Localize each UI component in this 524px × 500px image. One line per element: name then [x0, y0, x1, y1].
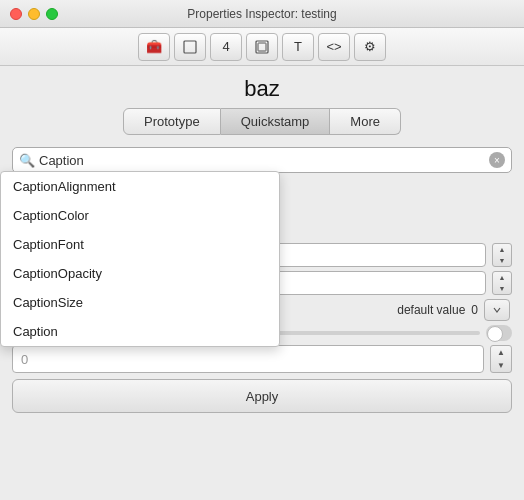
search-input[interactable] [39, 153, 485, 168]
window-controls [10, 8, 58, 20]
clear-search-button[interactable]: × [489, 152, 505, 168]
toggle-switch[interactable] [486, 325, 512, 341]
autocomplete-item[interactable]: CaptionOpacity [1, 259, 279, 288]
main-content: 🔍 × CaptionAlignment CaptionColor Captio… [0, 141, 524, 419]
tab-more[interactable]: More [330, 108, 401, 135]
toolbar-code-button[interactable]: <> [318, 33, 350, 61]
tabs-row: Prototype Quickstamp More [0, 108, 524, 141]
autocomplete-dropdown: CaptionAlignment CaptionColor CaptionFon… [0, 171, 280, 347]
autocomplete-item[interactable]: CaptionFont [1, 230, 279, 259]
ge-stepper[interactable]: ▲ ▼ [492, 243, 512, 267]
apply-button[interactable]: Apply [12, 379, 512, 413]
ad-stepper[interactable]: ▲ ▼ [492, 271, 512, 295]
autocomplete-item[interactable]: CaptionAlignment [1, 172, 279, 201]
autocomplete-item[interactable]: CaptionColor [1, 201, 279, 230]
bottom-input[interactable] [12, 345, 484, 373]
toolbar-page-button[interactable] [174, 33, 206, 61]
search-box: 🔍 × [12, 147, 512, 173]
search-icon: 🔍 [19, 153, 35, 168]
object-name: baz [0, 66, 524, 108]
bottom-input-row: ▲ ▼ [12, 345, 512, 373]
tab-quickstamp[interactable]: Quickstamp [221, 108, 331, 135]
search-row: 🔍 × [12, 147, 512, 173]
toolbar-window-button[interactable] [246, 33, 278, 61]
svg-rect-2 [258, 43, 266, 51]
minimize-button[interactable] [28, 8, 40, 20]
autocomplete-item[interactable]: CaptionSize [1, 288, 279, 317]
window-title: Properties Inspector: testing [187, 7, 336, 21]
tab-prototype[interactable]: Prototype [123, 108, 221, 135]
toolbar-four-button[interactable]: 4 [210, 33, 242, 61]
svg-rect-0 [184, 41, 196, 53]
autocomplete-item[interactable]: Caption [1, 317, 279, 346]
maximize-button[interactable] [46, 8, 58, 20]
title-bar: Properties Inspector: testing [0, 0, 524, 28]
toolbar-gear-button[interactable]: ⚙ [354, 33, 386, 61]
close-button[interactable] [10, 8, 22, 20]
toolbar-suitcase-button[interactable]: 🧰 [138, 33, 170, 61]
default-value-stepper[interactable] [484, 299, 510, 321]
toolbar-text-button[interactable]: T [282, 33, 314, 61]
toolbar: 🧰 4 T <> ⚙ [0, 28, 524, 66]
default-value-number: 0 [471, 303, 478, 317]
bottom-stepper[interactable]: ▲ ▼ [490, 345, 512, 373]
default-value-label: default value [397, 303, 465, 317]
